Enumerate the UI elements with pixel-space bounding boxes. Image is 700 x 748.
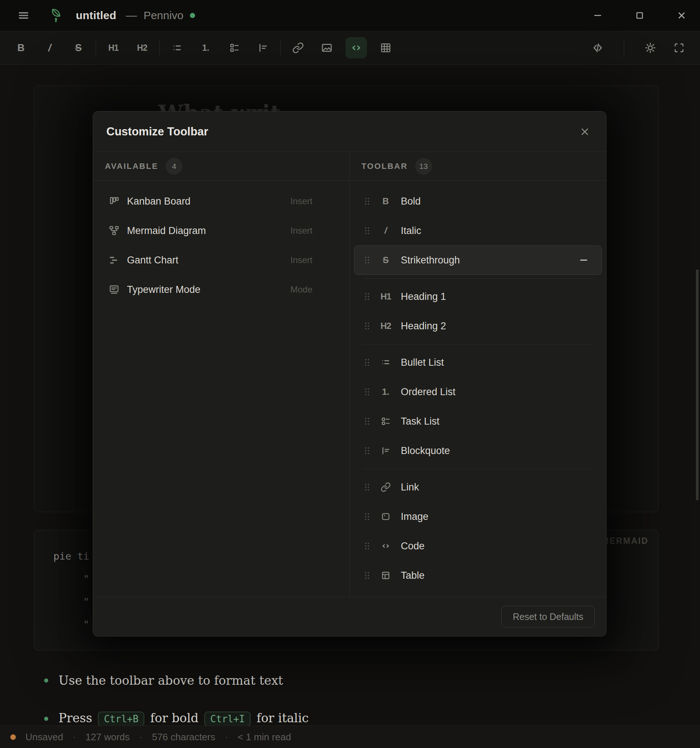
toolbar-heading: TOOLBAR	[361, 161, 408, 171]
italic-icon: /	[385, 226, 387, 235]
available-column: AVAILABLE 4 Kanban Board Insert	[93, 152, 350, 597]
source-view-icon	[592, 41, 604, 54]
toolbar-item-link[interactable]: Link	[354, 473, 602, 502]
menu-button[interactable]	[15, 7, 32, 24]
toolbar-item-strikethrough[interactable]: S Strikethrough	[354, 245, 602, 275]
fullscreen-button[interactable]	[669, 38, 689, 58]
available-item-typewriter-mode[interactable]: Typewriter Mode Mode	[93, 275, 349, 304]
blockquote-button[interactable]	[253, 38, 273, 58]
available-item-action: Insert	[291, 196, 312, 207]
typewriter-icon	[108, 284, 120, 295]
drag-handle-icon[interactable]	[363, 255, 371, 266]
heading1-button[interactable]: H1	[103, 38, 123, 58]
drag-handle-icon[interactable]	[363, 225, 371, 236]
available-heading: AVAILABLE	[105, 161, 158, 171]
image-icon	[321, 42, 333, 54]
app-name: — Pennivo	[126, 9, 195, 22]
toolbar-divider	[624, 40, 624, 56]
drag-handle-icon[interactable]	[363, 570, 371, 581]
kbd-chip: Ctrl+I	[204, 712, 251, 726]
toolbar-item-table[interactable]: Table	[354, 561, 602, 590]
gantt-chart-icon	[108, 255, 120, 266]
toolbar-column: TOOLBAR 13 B Bold / Italic	[350, 152, 606, 597]
table-icon	[379, 570, 392, 581]
drag-handle-icon[interactable]	[363, 511, 371, 522]
status-separator: ·	[225, 731, 228, 743]
close-window-button[interactable]	[673, 7, 691, 24]
heading2-icon: H2	[137, 44, 147, 52]
toolbar-item-bold[interactable]: B Bold	[354, 187, 602, 216]
reset-to-defaults-button[interactable]: Reset to Defaults	[501, 606, 595, 627]
dialog-close-button[interactable]	[577, 124, 593, 140]
toolbar-item-bullet-list[interactable]: Bullet List	[354, 348, 602, 377]
task-list-button[interactable]	[225, 38, 244, 58]
italic-button[interactable]: /	[40, 38, 59, 58]
toolbar-item-label: Table	[401, 570, 425, 581]
toolbar-item-task-list[interactable]: Task List	[354, 407, 602, 436]
customize-toolbar-dialog: Customize Toolbar AVAILABLE 4	[93, 111, 607, 637]
formatting-toolbar: B / S H1 H2 1.	[0, 31, 700, 65]
minimize-button[interactable]	[589, 7, 607, 24]
link-button[interactable]	[288, 38, 308, 58]
toolbar-item-ordered-list[interactable]: 1. Ordered List	[354, 377, 602, 407]
theme-toggle-button[interactable]	[641, 38, 660, 58]
toolbar-item-label: Heading 2	[401, 321, 446, 332]
drag-handle-icon[interactable]	[363, 482, 371, 493]
toolbar-item-label: Heading 1	[401, 291, 446, 303]
toolbar-item-heading1[interactable]: H1 Heading 1	[354, 282, 602, 311]
available-item-mermaid-diagram[interactable]: Mermaid Diagram Insert	[93, 216, 349, 245]
drag-handle-icon[interactable]	[363, 386, 371, 397]
toolbar-item-heading2[interactable]: H2 Heading 2	[354, 311, 602, 341]
mermaid-diagram-icon	[108, 225, 120, 236]
strikethrough-button[interactable]: S	[68, 38, 88, 58]
remove-item-button[interactable]	[577, 254, 590, 267]
fullscreen-icon	[674, 42, 685, 53]
toolbar-item-blockquote[interactable]: Blockquote	[354, 436, 602, 465]
heading2-icon: H2	[380, 322, 391, 330]
drag-handle-icon[interactable]	[363, 445, 371, 456]
source-view-button[interactable]	[588, 38, 608, 58]
list-item: Use the toolbar above to format text	[44, 673, 283, 688]
list-item-text: for bold	[150, 711, 198, 725]
group-separator	[363, 469, 593, 469]
toolbar-item-code[interactable]: Code	[354, 531, 602, 561]
available-header: AVAILABLE 4	[93, 152, 349, 181]
scrollbar-thumb[interactable]	[696, 269, 698, 500]
drag-handle-icon[interactable]	[363, 196, 371, 207]
toolbar-count-badge: 13	[415, 158, 432, 175]
toolbar-divider	[96, 40, 96, 56]
code-button[interactable]	[345, 37, 367, 58]
maximize-button[interactable]	[631, 7, 648, 24]
toolbar-divider	[159, 40, 160, 56]
dialog-footer: Reset to Defaults	[93, 597, 606, 636]
drag-handle-icon[interactable]	[363, 416, 371, 427]
document-title: untitled	[76, 9, 116, 22]
list-item: Press Ctrl+B for bold Ctrl+I for italic	[44, 711, 309, 726]
toolbar-item-image[interactable]: Image	[354, 502, 602, 531]
dialog-title: Customize Toolbar	[107, 125, 208, 138]
heading1-icon: H1	[108, 44, 118, 52]
available-item-kanban-board[interactable]: Kanban Board Insert	[93, 187, 349, 216]
table-icon	[380, 42, 392, 54]
toolbar-item-label: Strikethrough	[401, 255, 460, 266]
bullet-list-button[interactable]	[167, 38, 187, 58]
drag-handle-icon[interactable]	[363, 321, 371, 331]
ordered-list-button[interactable]: 1.	[196, 38, 216, 58]
available-item-gantt-chart[interactable]: Gantt Chart Insert	[93, 245, 349, 275]
app-logo-leaf-icon	[48, 7, 64, 24]
title-bar: untitled — Pennivo	[0, 0, 700, 31]
toolbar-item-italic[interactable]: / Italic	[354, 216, 602, 245]
heading2-button[interactable]: H2	[132, 38, 152, 58]
table-button[interactable]	[376, 38, 396, 58]
drag-handle-icon[interactable]	[363, 357, 371, 368]
heading1-icon: H1	[380, 292, 391, 301]
drag-handle-icon[interactable]	[363, 291, 371, 302]
minimize-icon	[592, 10, 603, 21]
bold-button[interactable]: B	[11, 38, 31, 58]
available-item-label: Typewriter Mode	[127, 284, 201, 295]
drag-handle-icon[interactable]	[363, 540, 371, 552]
bold-icon: B	[382, 197, 389, 206]
bullet-list-icon	[172, 42, 183, 53]
image-button[interactable]	[317, 38, 337, 58]
status-separator: ·	[73, 731, 76, 743]
